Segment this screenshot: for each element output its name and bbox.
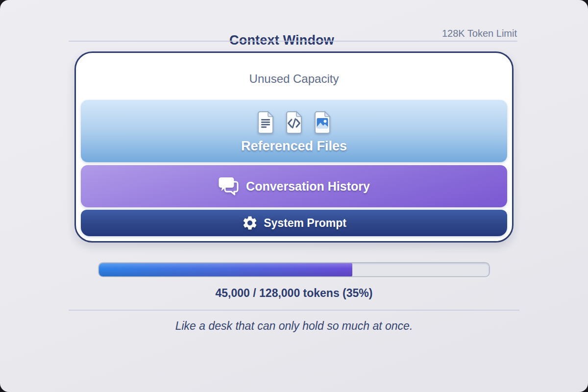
unused-capacity-label: Unused Capacity (81, 58, 507, 100)
footer-divider (69, 310, 519, 311)
image-file-icon (312, 111, 333, 134)
layer-referenced-files: Referenced Files (81, 100, 507, 162)
progress-fill (99, 263, 352, 276)
page-background: Context Window 128K Token Limit Unused C… (0, 0, 588, 392)
layer-label-conversation-history: Conversation History (246, 179, 370, 194)
layer-label-referenced-files: Referenced Files (241, 139, 347, 154)
token-limit-label: 128K Token Limit (442, 28, 517, 39)
document-icon (255, 111, 276, 134)
token-usage-progressbar (98, 262, 490, 277)
context-window-box: Unused Capacity (74, 51, 514, 243)
code-file-icon (284, 111, 304, 134)
caption: Like a desk that can only hold so much a… (0, 319, 588, 333)
layer-label-system-prompt: System Prompt (264, 217, 346, 230)
gear-icon (242, 215, 258, 231)
file-icon-row (255, 111, 333, 134)
chat-bubbles-icon (218, 176, 240, 196)
header-divider (69, 41, 517, 42)
layer-system-prompt: System Prompt (81, 210, 507, 236)
token-usage-label: 45,000 / 128,000 tokens (35%) (0, 287, 588, 300)
layer-conversation-history: Conversation History (81, 165, 507, 207)
